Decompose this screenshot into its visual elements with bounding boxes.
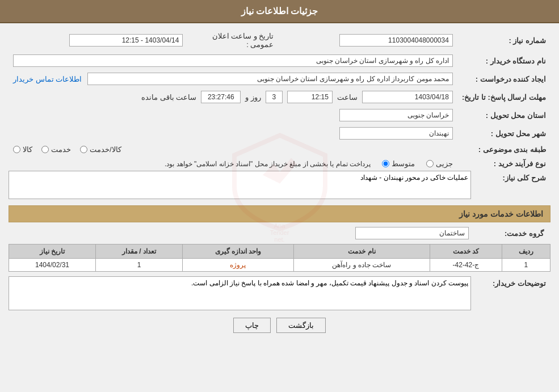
radio-kala-label: کالا (23, 145, 32, 154)
buyer-org-label: نام دستگاه خریدار : (457, 52, 550, 70)
creator-value-cell: اطلاعات تماس خریدار (9, 70, 457, 88)
reply-time-label: ساعت (337, 93, 358, 102)
general-desc-value-cell (9, 171, 471, 201)
need-number-label: شماره نیاز : (457, 29, 550, 52)
print-button[interactable]: چاپ (233, 318, 271, 333)
services-section-label: اطلاعات خدمات مورد نیاز (459, 209, 543, 218)
unit-cell[interactable]: پروژه (182, 259, 293, 272)
category-row: طبقه بندی موضوعی : کالا خدمت (9, 142, 550, 157)
radio-kala-khadamat-label: کالا/خدمت (90, 145, 121, 154)
city-input[interactable] (339, 127, 453, 140)
service-code-cell: ج-42-42- (430, 259, 502, 272)
city-label: شهر محل تحویل : (457, 124, 550, 142)
page-header: جزئیات اطلاعات نیاز (0, 0, 559, 23)
radio-khadamat-label: خدمت (51, 145, 71, 154)
general-desc-section: AnaTender.net شرح کلی نیاز: (9, 171, 550, 201)
action-buttons: بازگشت چاپ (9, 318, 550, 333)
creator-row: ایجاد کننده درخواست : اطلاعات تماس خریدا… (9, 70, 550, 88)
buyer-notes-label: توضیحات خریدار: (471, 276, 550, 312)
need-number-input[interactable] (339, 34, 453, 47)
radio-motawaset[interactable] (382, 160, 389, 167)
radio-motawaset-label: متوسط (392, 159, 415, 168)
back-button[interactable]: بازگشت (276, 318, 326, 333)
general-desc-textarea[interactable] (9, 171, 471, 199)
need-number-value-cell (278, 29, 457, 52)
buyer-notes-textarea[interactable] (9, 276, 471, 310)
service-group-input[interactable] (355, 227, 469, 239)
need-number-row: شماره نیاز : تاریخ و ساعت اعلان عمومی : (9, 29, 550, 52)
category-label: طبقه بندی موضوعی : (457, 142, 550, 157)
buyer-notes-value-cell (9, 276, 471, 312)
purchase-type-value-cell: جزیی متوسط پرداخت تمام یا بخشی از مبلغ خ… (9, 157, 457, 171)
reply-date-input[interactable] (362, 91, 453, 103)
table-row: 1 ج-42-42- ساخت جاده و راه‌آهن پروژه 1 1… (9, 259, 550, 272)
services-table-header-row: ردیف کد خدمت نام خدمت واحد اندازه گیری ت… (9, 245, 550, 259)
radio-motawaset-item: متوسط (382, 159, 415, 168)
buyer-org-value-cell (9, 52, 457, 70)
province-row: استان محل تحویل : (9, 106, 550, 124)
radio-khadamat[interactable] (41, 146, 49, 153)
purchase-type-row: نوع فرآیند خرید : جزیی متوسط پرداخت (9, 157, 550, 171)
buyer-org-row: نام دستگاه خریدار : (9, 52, 550, 70)
reply-countdown-input[interactable] (201, 91, 241, 103)
general-desc-label: شرح کلی نیاز: (471, 171, 550, 201)
province-label: استان محل تحویل : (457, 106, 550, 124)
radio-kala-item: کالا (13, 145, 32, 154)
buyer-notes-section: توضیحات خریدار: (9, 276, 550, 312)
city-value-cell (9, 124, 457, 142)
reply-time-input[interactable] (287, 91, 333, 103)
radio-kala-khadamat-item: کالا/خدمت (80, 145, 121, 154)
service-group-label: گروه خدمت: (469, 229, 548, 238)
announce-date-input[interactable] (69, 34, 183, 47)
services-section-header: اطلاعات خدمات مورد نیاز (9, 205, 550, 222)
col-header-date: تاریخ نیاز (9, 245, 96, 259)
reply-days-label: روز و (245, 93, 261, 102)
col-header-quantity: تعداد / مقدار (96, 245, 183, 259)
purchase-type-label: نوع فرآیند خرید : (457, 157, 550, 171)
main-form: شماره نیاز : تاریخ و ساعت اعلان عمومی : … (9, 29, 550, 171)
reply-days-input[interactable] (266, 91, 283, 103)
radio-jozyi-item: جزیی (426, 159, 453, 168)
main-content: شماره نیاز : تاریخ و ساعت اعلان عمومی : … (0, 23, 559, 344)
services-table: ردیف کد خدمت نام خدمت واحد اندازه گیری ت… (9, 244, 550, 272)
col-header-unit: واحد اندازه گیری (182, 245, 293, 259)
service-group-row: گروه خدمت: (9, 227, 550, 239)
buyer-org-input[interactable] (13, 54, 453, 67)
reply-deadline-row: مهلت ارسال پاسخ: تا تاریخ: ساعت روز و سا… (9, 88, 550, 106)
announce-date-label: تاریخ و ساعت اعلان عمومی : (187, 29, 278, 52)
radio-jozyi-label: جزیی (436, 159, 453, 168)
category-value-cell: کالا خدمت کالا/خدمت (9, 142, 457, 157)
radio-kala-khadamat[interactable] (80, 146, 87, 153)
col-header-service-code: کد خدمت (430, 245, 502, 259)
reply-countdown-label: ساعت باقی مانده (141, 93, 196, 102)
col-header-service-name: نام خدمت (293, 245, 430, 259)
announce-date-value-cell (9, 29, 187, 52)
col-header-row-num: ردیف (502, 245, 550, 259)
contact-link[interactable]: اطلاعات تماس خریدار (13, 75, 82, 83)
province-value-cell (9, 106, 457, 124)
city-row: شهر محل تحویل : (9, 124, 550, 142)
radio-kala[interactable] (13, 146, 20, 153)
quantity-cell: 1 (96, 259, 183, 272)
radio-khadamat-item: خدمت (41, 145, 71, 154)
reply-deadline-label: مهلت ارسال پاسخ: تا تاریخ: (457, 88, 550, 106)
service-name-cell: ساخت جاده و راه‌آهن (293, 259, 430, 272)
page-title: جزئیات اطلاعات نیاز (241, 6, 318, 16)
row-num-cell: 1 (502, 259, 550, 272)
radio-jozyi[interactable] (426, 160, 434, 167)
reply-deadline-value-cell: ساعت روز و ساعت باقی مانده (9, 88, 457, 106)
province-input[interactable] (339, 109, 453, 121)
date-cell: 1404/02/31 (9, 259, 96, 272)
creator-label: ایجاد کننده درخواست : (457, 70, 550, 88)
page-wrapper: جزئیات اطلاعات نیاز شماره نیاز : تاریخ و… (0, 0, 559, 392)
purchase-note: پرداخت تمام یا بخشی از مبلغ خریداز محل "… (165, 160, 371, 168)
creator-input[interactable] (87, 73, 453, 85)
